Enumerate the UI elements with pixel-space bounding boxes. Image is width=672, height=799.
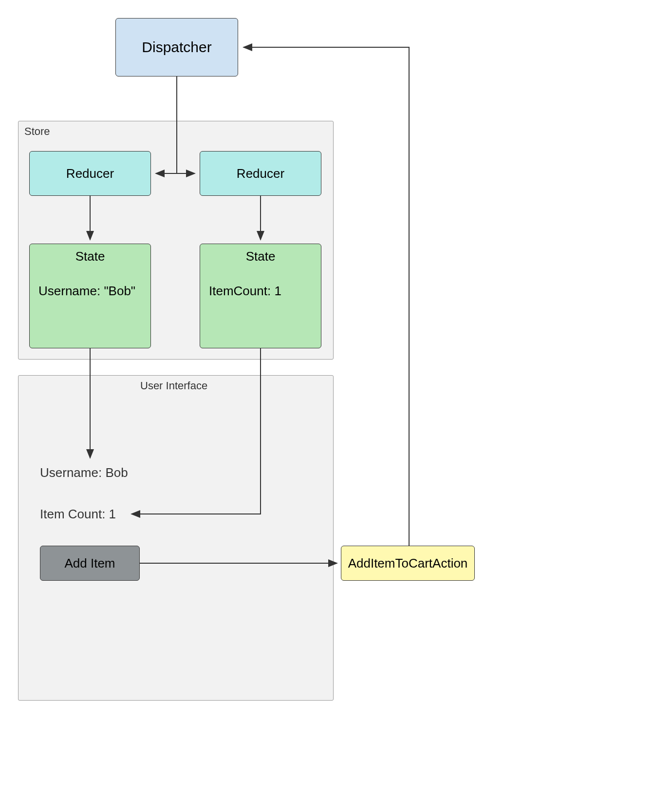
- action-node: AddItemToCartAction: [341, 546, 475, 581]
- state-2-title: State: [200, 249, 321, 264]
- diagram-canvas: Dispatcher Store Reducer Reducer State U…: [0, 0, 672, 799]
- action-label: AddItemToCartAction: [348, 556, 468, 571]
- dispatcher-label: Dispatcher: [142, 39, 211, 56]
- add-item-button[interactable]: Add Item: [40, 546, 140, 581]
- reducer-1-label: Reducer: [66, 166, 114, 181]
- reducer-node-2: Reducer: [200, 151, 321, 196]
- state-node-1: State Username: "Bob": [29, 244, 151, 348]
- ui-container: User Interface: [18, 375, 334, 701]
- reducer-node-1: Reducer: [29, 151, 151, 196]
- ui-username-text: Username: Bob: [40, 465, 128, 480]
- state-1-title: State: [30, 249, 150, 264]
- ui-itemcount-text: Item Count: 1: [40, 507, 116, 522]
- state-1-content: Username: "Bob": [38, 284, 150, 299]
- store-label: Store: [24, 125, 50, 138]
- state-2-content: ItemCount: 1: [209, 284, 321, 299]
- state-node-2: State ItemCount: 1: [200, 244, 321, 348]
- add-item-label: Add Item: [64, 556, 115, 571]
- reducer-2-label: Reducer: [237, 166, 284, 181]
- dispatcher-node: Dispatcher: [115, 18, 238, 76]
- ui-label: User Interface: [140, 380, 207, 392]
